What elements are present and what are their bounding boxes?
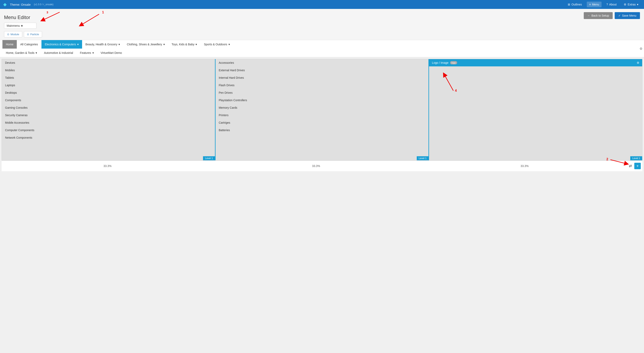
chevron-sports-icon: ▾ [228,43,230,46]
features-label: Features [80,51,91,55]
list-item[interactable]: External Hard Drives [216,67,429,74]
nav-sports[interactable]: Sports & Outdoors ▾ [200,40,233,49]
list-item[interactable]: Batteries [216,127,429,134]
particle-button[interactable]: ⊙ Particle [24,31,42,38]
nav-clothing[interactable]: Clothing, Shoes & Jewellery ▾ [123,40,168,49]
list-item[interactable]: Mobiles [2,67,215,74]
column-1-percent: 33.3% [3,164,212,168]
list-item[interactable]: Cartriges [216,119,429,127]
chevron-home-garden-icon: ▾ [36,51,37,55]
menu-icon: ≡ [589,3,591,6]
nav-beauty[interactable]: Beauty, Health & Grocery ▾ [82,40,124,49]
nav-home[interactable]: Home [2,40,17,49]
grid-icon: ⊞ [568,3,570,6]
list-item[interactable]: Flash Drives [216,82,429,89]
list-item[interactable]: Gaming Consoles [2,104,215,112]
menu-dropdown[interactable]: Mainmenu ★ [4,23,36,29]
list-item[interactable]: Mobile Accessories [2,119,215,127]
automotive-label: Automotive & Industrial [44,51,73,55]
header-left: 3 Menu Editor Mainmenu ★ ⊙ Module ⊙ [4,12,42,38]
svg-text:4: 4 [455,89,457,92]
list-item[interactable]: Devices [2,59,215,67]
check-icon: ✓ [618,14,621,17]
list-item[interactable]: Tablets [2,74,215,82]
logo-image-label: Logo / Image [432,61,448,64]
level-badge-3: Level 1 [630,156,642,160]
header-actions: ← Back to Setup ✓ Save Menu [584,12,640,19]
list-item[interactable]: Security Cameras [2,112,215,119]
home-garden-label: Home, Garden & Tools [6,51,34,55]
back-to-setup-button[interactable]: ← Back to Setup [584,12,613,19]
app-title: Theme: Onsale [10,3,31,6]
column-2: Accessories External Hard Drives Interna… [216,59,429,160]
back-arrow-icon: ← [588,14,590,17]
module-button[interactable]: ⊙ Module [4,31,22,38]
nav-features[interactable]: Features ▾ [76,49,97,57]
list-item[interactable]: Components [2,97,215,104]
nav-row-2: Home, Garden & Tools ▾ Automotive & Indu… [2,49,642,57]
all-categories-label: All Categories [20,43,38,46]
footer-actions: ⇄ 2 + [629,163,641,169]
nav-home-garden[interactable]: Home, Garden & Tools ▾ [2,49,40,57]
list-item[interactable]: Accessories [216,59,429,67]
add-buttons-row: ⊙ Module ⊙ Particle [4,31,42,38]
nav-bar: Home All Categories Electronics & Comput… [0,40,644,57]
list-item[interactable]: Network Components [2,134,215,142]
outlines-btn[interactable]: ⊞ Outlines [565,2,584,7]
nav-toys[interactable]: Toys, Kids & Baby ▾ [168,40,200,49]
back-label: Back to Setup [592,14,609,17]
about-btn[interactable]: ? About [604,2,619,7]
list-item[interactable]: Laptops [2,82,215,89]
list-item[interactable]: Printers [216,112,429,119]
swap-columns-icon[interactable]: ⇄ [629,164,632,168]
nav-row-1: Home All Categories Electronics & Comput… [2,40,642,49]
column-1: Devices Mobiles Tablets Laptops Desktops… [2,59,216,160]
chevron-clothing-icon: ▾ [164,43,165,46]
app-subtitle: (v1.0.0 / r_onsale) [34,3,54,6]
menu-label: Menu [592,3,599,6]
particle-icon: ⊙ [27,33,29,36]
about-label: About [609,3,617,6]
list-item[interactable]: Computer Components [2,127,215,134]
column-3-percent: 33.3% [420,164,629,168]
add-column-button[interactable]: + [634,163,641,169]
module-label: Module [10,33,19,36]
sports-label: Sports & Outdoors [204,43,227,46]
module-icon: ⊙ [7,33,9,36]
list-item[interactable]: Internal Hard Drives [216,74,429,82]
column-2-percent: 33.3% [212,164,420,168]
save-menu-button[interactable]: ✓ Save Menu [615,12,640,19]
chevron-electronics-icon: ▾ [77,43,79,46]
list-item[interactable]: Memory Cards [216,104,429,112]
extras-btn[interactable]: ⚙ Extras ▾ [621,2,641,7]
logo-type-badge: logo [450,61,457,64]
toys-label: Toys, Kids & Baby [172,43,194,46]
clothing-label: Clothing, Shoes & Jewellery [127,43,162,46]
list-item[interactable]: Pen Drives [216,89,429,97]
top-bar: ◆ Theme: Onsale (v1.0.0 / r_onsale) ⊞ Ou… [0,0,644,9]
menu-selector-row: Mainmenu ★ [4,23,42,29]
outlines-label: Outlines [572,3,582,6]
chevron-features-icon: ▾ [92,51,94,55]
list-item[interactable]: Playstation Controllers [216,97,429,104]
chevron-toys-icon: ▾ [196,43,197,46]
header-area: 3 Menu Editor Mainmenu ★ ⊙ Module ⊙ [0,9,644,40]
list-item[interactable]: Desktops [2,89,215,97]
nav-all-categories[interactable]: All Categories [17,40,41,49]
electronics-label: Electronics & Computers [45,43,76,46]
level-badge-1: Level 1 [203,156,215,160]
nav-settings-icon[interactable]: ⚙ [640,47,642,51]
save-label: Save Menu [622,14,636,17]
column-settings-icon[interactable]: ⚙ [637,61,639,64]
column-3: Logo / Image logo ⚙ 4 Level 1 [429,59,642,160]
page-title: Menu Editor [4,15,42,20]
svg-text:1: 1 [102,11,104,14]
menu-btn[interactable]: ≡ Menu [587,2,602,7]
nav-virtuemart[interactable]: VirtueMart Demo [97,49,126,57]
columns-wrapper: Devices Mobiles Tablets Laptops Desktops… [2,59,642,161]
gear-icon: ⚙ [624,3,626,6]
home-label: Home [6,43,13,46]
particle-label: Particle [30,33,39,36]
nav-electronics[interactable]: Electronics & Computers ▾ [42,40,82,49]
nav-automotive[interactable]: Automotive & Industrial [40,49,76,57]
